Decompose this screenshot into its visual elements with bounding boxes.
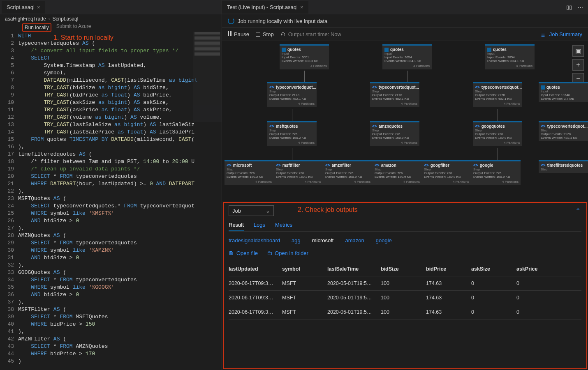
output-time-label: Output start time: Now [288,31,341,37]
subtab-google[interactable]: google [376,237,392,244]
job-graph[interactable]: ▣ + − quotes Input Input Events: 3051 Ev… [222,41,588,201]
graph-node[interactable]: <>amazon Step Output Events: 726 Events … [373,160,422,185]
preview-tab-bar: Test (Live Input) - Script.asaql × ▯▯ ⋯ [222,0,588,14]
job-dropdown-label: Job [232,208,241,214]
output-tabs: ResultLogsMetrics [229,222,581,231]
breadcrumb-file[interactable]: Script.asaql [53,16,79,22]
graph-node[interactable]: quotes Input Input Events: 3051 Events W… [280,44,329,69]
folder-icon [267,250,272,256]
pause-label: Pause [234,31,249,37]
zoom-fit-button[interactable]: ▣ [572,45,584,57]
minimap[interactable] [193,32,222,122]
collapse-icon[interactable]: ⌃ [575,207,581,215]
tab-label: Script.asaql [7,4,35,10]
open-folder-label: Open in folder [275,250,308,256]
tab-logs[interactable]: Logs [254,222,265,231]
line-gutter: 1234567891011121314151617181920212223242… [0,32,18,370]
table-row[interactable]: 2020-06-17T09:3…MSFT2020-05-01T19:5…1001… [229,305,581,319]
file-icon [229,250,234,256]
status-banner: Job running locally with live input data [222,14,588,28]
run-locally-button[interactable]: Run locally [22,23,51,32]
code-content[interactable]: WITHtypeconvertedquotes AS ( /* convert … [18,32,222,370]
output-pane: 2. Check job outputs Job ⌄ ⌃ ResultLogsM… [223,202,587,369]
stop-button[interactable]: Stop [256,31,274,37]
open-file-label: Open file [236,250,258,256]
job-dropdown[interactable]: Job ⌄ [229,205,274,216]
tab-result[interactable]: Result [229,222,244,231]
list-icon [541,32,547,37]
subtab-amazon[interactable]: amazon [345,237,364,244]
graph-node[interactable]: <>microsoft Step Output Events: 726 Even… [225,160,274,185]
editor-tab[interactable]: Script.asaql × [2,1,45,14]
editor-tab-bar: Script.asaql × [0,0,222,14]
close-icon[interactable]: × [37,4,40,10]
graph-node[interactable]: <>googquotes Step Output Events: 726 Eve… [473,121,522,146]
clock-icon: ⏲ [280,31,286,37]
graph-node[interactable]: quotes Input Input Events: 13746 Events … [539,82,588,102]
submit-to-azure-button[interactable]: Submit to Azure [56,23,91,32]
graph-node[interactable]: <>msftfilter Step Output Events: 726 Eve… [274,160,323,185]
graph-node[interactable]: <>timefilteredquotes Step [539,160,588,173]
close-icon[interactable]: × [300,4,303,10]
stop-label: Stop [263,31,274,37]
graph-node[interactable]: <>google Step Output Events: 726 Events … [471,160,521,185]
job-summary-label: Job Summary [549,31,582,37]
graph-node[interactable]: <>typeconvertedquot... Step Output Event… [539,121,588,141]
zoom-in-button[interactable]: + [572,59,584,71]
job-summary-button[interactable]: Job Summary [541,31,582,37]
code-editor[interactable]: 1234567891011121314151617181920212223242… [0,32,222,370]
preview-tab-label: Test (Live Input) - Script.asaql [227,4,298,10]
graph-node[interactable]: quotes Input Input Events: 3054 Events W… [485,44,535,69]
chevron-right-icon: › [49,16,50,22]
graph-node[interactable]: <>amznquotes Step Output Events: 726 Eve… [370,121,419,146]
subtab-tradesignaldashboard[interactable]: tradesignaldashboard [229,237,280,244]
more-icon[interactable]: ⋯ [578,4,583,10]
annotation-2: 2. Check job outputs [298,206,358,214]
graph-node[interactable]: <>typeconvertedquot... Step Output Event… [370,82,419,107]
chevron-down-icon: ⌄ [266,208,270,214]
table-row[interactable]: 2020-06-17T09:3…MSFT2020-05-01T19:5…1001… [229,291,581,305]
pause-button[interactable]: Pause [228,31,249,37]
tab-metrics[interactable]: Metrics [275,222,292,231]
output-time-button[interactable]: ⏲ Output start time: Now [280,31,341,37]
subtab-agg[interactable]: agg [292,237,301,244]
subtab-microsoft[interactable]: microsoft [312,237,334,244]
graph-node[interactable]: <>typeconvertedquot... Step Output Event… [267,82,317,107]
preview-tab[interactable]: Test (Live Input) - Script.asaql × [222,1,308,14]
pause-icon [228,31,231,37]
zoom-controls: ▣ + − [572,45,584,85]
breadcrumb: asaHighFreqTrade › Script.asaql [0,14,222,23]
graph-node[interactable]: <>msftquotes Step Output Events: 726 Eve… [267,121,317,146]
results-table: lastUpdatedsymbollastSaleTimebidSizebidP… [229,262,581,319]
spinner-icon [228,18,234,24]
open-file-button[interactable]: Open file [229,250,258,256]
table-row[interactable]: 2020-06-17T09:3…MSFT2020-05-01T19:5…1001… [229,276,581,291]
stop-icon [256,32,260,37]
split-editor-icon[interactable]: ▯▯ [566,4,572,10]
graph-node[interactable]: <>googfilter Step Output Events: 726 Eve… [422,160,471,185]
editor-actions: Run locally Submit to Azure 1. Start to … [0,23,222,32]
output-sub-tabs: tradesignaldashboardaggmicrosoftamazongo… [229,237,581,244]
breadcrumb-project[interactable]: asaHighFreqTrade [5,16,46,22]
status-text: Job running locally with live input data [238,18,327,24]
open-folder-button[interactable]: Open in folder [267,250,308,256]
graph-node[interactable]: <>amznfilter Step Output Events: 726 Eve… [323,160,373,185]
job-controls: Pause Stop ⏲ Output start time: Now Job … [222,28,588,41]
table-header: lastUpdatedsymbollastSaleTimebidSizebidP… [229,262,581,276]
open-actions: Open file Open in folder [229,250,581,256]
graph-node[interactable]: quotes Input Input Events: 3054 Events W… [382,44,432,69]
graph-node[interactable]: <>typeconvertedquot... Step Output Event… [473,82,522,107]
